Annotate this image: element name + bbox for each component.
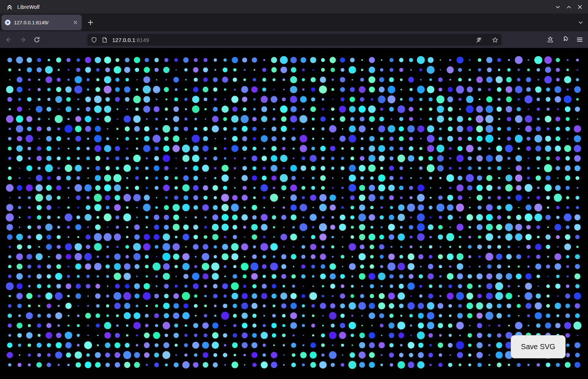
- url-bar[interactable]: 127.0.0.1:8149: [87, 34, 502, 46]
- minimize-icon[interactable]: [555, 4, 561, 10]
- window-controls: [555, 4, 584, 10]
- menu-hamburger-icon[interactable]: [575, 35, 584, 44]
- extensions-puzzle-icon[interactable]: [560, 35, 569, 44]
- tab-strip: 127.0.0.1:8149/: [0, 14, 588, 31]
- save-svg-button[interactable]: Save SVG: [511, 335, 566, 358]
- bookmark-star-icon[interactable]: [492, 37, 498, 43]
- url-port: :8149: [135, 37, 149, 43]
- tab-close-icon[interactable]: [72, 20, 78, 25]
- back-icon[interactable]: [4, 35, 13, 44]
- titlebar: LibreWolf: [0, 0, 588, 14]
- maximize-icon[interactable]: [566, 4, 572, 10]
- shield-icon[interactable]: [91, 37, 97, 43]
- page-icon[interactable]: [102, 37, 108, 43]
- url-host: 127.0.0.1: [112, 37, 135, 43]
- toolbar-actions: [546, 35, 584, 44]
- close-icon[interactable]: [577, 4, 583, 10]
- forward-icon[interactable]: [18, 35, 27, 44]
- import-bookmarks-icon[interactable]: [546, 35, 555, 44]
- page-content: [0, 48, 588, 379]
- tab-active[interactable]: 127.0.0.1:8149/: [1, 15, 82, 30]
- tab-title: 127.0.0.1:8149/: [14, 20, 71, 25]
- librewolf-logo-icon: [6, 3, 13, 11]
- urlbar-actions: [476, 37, 498, 43]
- app-title: LibreWolf: [17, 4, 40, 10]
- dot-grid-art: [0, 48, 588, 379]
- nav-buttons: [4, 35, 41, 44]
- new-tab-button[interactable]: [87, 19, 94, 26]
- list-all-tabs-button[interactable]: [578, 20, 584, 25]
- tab-favicon-icon: [5, 20, 11, 25]
- fingerprint-protection-icon[interactable]: [476, 37, 482, 43]
- browser-window: LibreWolf 127.0.0.1:8149/: [0, 0, 588, 379]
- reload-icon[interactable]: [32, 35, 41, 44]
- url-text: 127.0.0.1:8149: [112, 37, 476, 43]
- nav-toolbar: 127.0.0.1:8149: [0, 31, 588, 48]
